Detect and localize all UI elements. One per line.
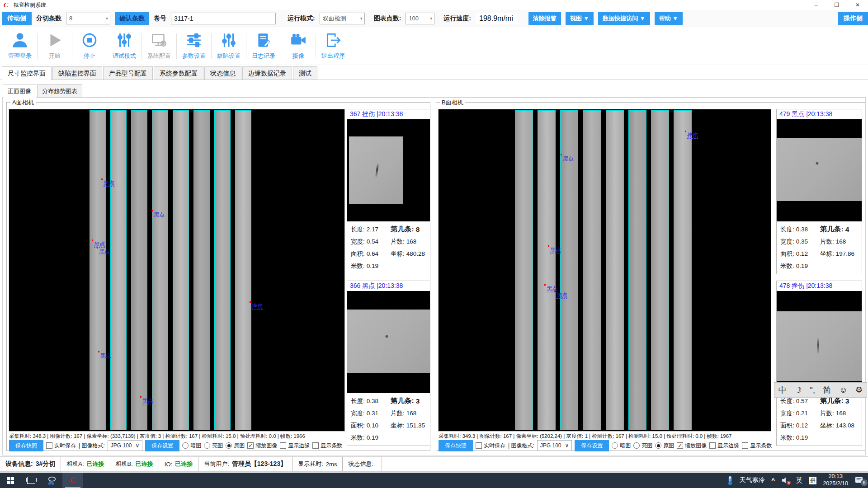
pinyin-ime-indicator[interactable]: 拼 [809, 477, 816, 484]
radio-暗图[interactable]: 暗图 [182, 442, 201, 450]
toolbar-log-record[interactable]: 日志记录 [247, 32, 280, 60]
realtime-save-checkbox[interactable]: 实时保存 [46, 442, 76, 450]
save-settings-button[interactable]: 保存设置 [145, 440, 179, 451]
tab-7[interactable]: 测试 [293, 66, 317, 80]
stat-value: 4 [845, 225, 849, 234]
help-menu-button[interactable]: 帮助 ▼ [655, 12, 683, 25]
checkbox-icon [742, 442, 748, 449]
minimize-button[interactable]: – [806, 0, 826, 10]
save-snapshot-button[interactable]: 保存快照 [439, 440, 473, 451]
checkbox-显示条数[interactable]: 显示条数 [742, 442, 772, 450]
language-indicator[interactable]: 英 [796, 476, 802, 485]
ime-fullwidth-toggle[interactable]: ☽ [794, 385, 802, 395]
tab-2[interactable]: 缺陷监控界面 [52, 66, 102, 80]
ime-lang-indicator[interactable]: 中 [778, 385, 787, 395]
radio-原图[interactable]: 原图 [655, 442, 674, 450]
volume-muted-icon[interactable]: ✕ [781, 477, 789, 484]
ime-emoji-button[interactable]: ☺ [839, 385, 847, 395]
radio-icon [633, 442, 640, 449]
chart-points-select[interactable]: 100▾ [406, 13, 434, 24]
notification-center-button[interactable]: 6 [854, 476, 864, 484]
checkbox-缩放图像[interactable]: ✓缩放图像 [677, 442, 707, 450]
defect-card[interactable]: 478 挫伤 |20:13:38长度:0.57第几条:3宽度:0.21片数:16… [776, 281, 862, 446]
ime-punctuation-toggle[interactable]: °, [810, 385, 815, 395]
toolbar-exit-program[interactable]: 退出程序 [317, 32, 349, 60]
tab-1[interactable]: 尺寸监控界面 [2, 66, 52, 80]
task-view-button[interactable] [21, 473, 42, 488]
tab-4[interactable]: 系统参数配置 [154, 66, 203, 80]
defect-point-icon [92, 239, 93, 241]
maximize-button[interactable]: ❐ [826, 0, 847, 10]
save-snapshot-button[interactable]: 保存快照 [9, 440, 43, 451]
tab-5[interactable]: 状态信息 [204, 66, 241, 80]
hidden-icons-chevron[interactable]: ^ [771, 477, 775, 484]
defect-marker-label: 黑点 [142, 398, 153, 404]
checkbox-显示条数[interactable]: 显示条数 [312, 442, 342, 450]
save-settings-button[interactable]: 保存设置 [575, 440, 609, 451]
sliders-v-icon [116, 32, 133, 50]
stat-value: 0.31 [367, 410, 378, 417]
confirm-count-button[interactable]: 确认条数 [115, 12, 149, 25]
realtime-save-checkbox[interactable]: 实时保存 [476, 442, 505, 450]
divider [246, 33, 246, 59]
image-format-select[interactable]: JPG 100∨ [537, 440, 572, 451]
defect-card[interactable]: 367 挫伤 |20:13:38长度:2.17第几条:8宽度:0.54片数:16… [347, 109, 430, 274]
slit-count-select[interactable]: 8▾ [66, 13, 110, 24]
subtab-1[interactable]: 正面图像 [3, 84, 36, 98]
radio-亮图[interactable]: 亮图 [633, 442, 652, 450]
taskbar-clock[interactable]: 20:13 2025/2/10 [823, 473, 848, 487]
toolbar-capture[interactable]: 摄像 [282, 32, 315, 60]
roll-label: 卷号 [154, 14, 166, 23]
radio-亮图[interactable]: 亮图 [204, 442, 223, 450]
tab-3[interactable]: 产品型号配置 [103, 66, 153, 80]
operator-side-button[interactable]: 操作侧 [838, 12, 868, 25]
close-button[interactable]: ✕ [847, 0, 868, 10]
ime-settings-button[interactable]: ⚙ [855, 385, 863, 395]
radio-原图[interactable]: 原图 [226, 442, 245, 450]
toolbar-admin-login[interactable]: 管理登录 [4, 32, 36, 60]
toolbar-defect-settings[interactable]: 缺陷设置 [212, 32, 245, 60]
toolbar-start[interactable]: 开始 [38, 32, 71, 60]
stat-value: 0.10 [367, 422, 378, 429]
toolbar-debug-mode[interactable]: 调试模式 [108, 32, 141, 60]
checkbox-缩放图像[interactable]: ✓缩放图像 [247, 442, 277, 450]
run-mode-select[interactable]: 双面检测▾ [320, 13, 365, 24]
format-value: JPG 100 [111, 442, 132, 449]
stat-item: 第几条:4 [820, 223, 861, 235]
stat-label: 片数: [391, 409, 405, 418]
radio-icon [655, 442, 661, 449]
clear-alarm-button[interactable]: 清除报警 [528, 12, 561, 25]
status-value: 2ms [326, 461, 337, 468]
snipping-tool-button[interactable] [42, 473, 62, 488]
material-strip [628, 110, 646, 430]
windows-logo-icon [7, 477, 14, 484]
material-strip [583, 110, 601, 430]
checkbox-label: 显示条数 [750, 442, 772, 450]
image-format-select[interactable]: JPG 100∨ [108, 440, 143, 451]
toolbar-param-settings[interactable]: 参数设置 [178, 32, 210, 60]
subtab-2[interactable]: 分布趋势图表 [37, 84, 82, 98]
roll-number-input[interactable]: 3117-1 [171, 13, 276, 24]
radio-暗图[interactable]: 暗图 [612, 442, 631, 450]
inspection-image: 挫伤黑点黑点黑点黑点 [438, 109, 771, 432]
weather-text[interactable]: 天气寒冷 [740, 476, 765, 484]
tab-6[interactable]: 边缘数据记录 [242, 66, 292, 80]
checkbox-icon [280, 442, 286, 449]
toolbar-stop[interactable]: 停止 [73, 32, 106, 60]
view-menu-button[interactable]: 视图 ▼ [566, 12, 594, 25]
checkbox-显示边缘[interactable]: 显示边缘 [280, 442, 310, 450]
ime-simplified-toggle[interactable]: 简 [823, 385, 831, 395]
defect-card[interactable]: 366 黑点 |20:13:38长度:0.38第几条:3宽度:0.31片数:16… [347, 281, 430, 446]
image-format-label: | 图像格式: [508, 442, 534, 450]
drive-side-button[interactable]: 传动侧 [2, 12, 32, 25]
defect-point-icon [98, 351, 99, 352]
run-mode-label: 运行模式: [288, 14, 315, 23]
checkbox-显示边缘[interactable]: 显示边缘 [709, 442, 739, 450]
start-button[interactable] [0, 473, 21, 488]
status-value: 已连接 [175, 460, 193, 468]
toolbar-system-config[interactable]: 系统配置 [143, 32, 175, 60]
radio-label: 亮图 [212, 442, 223, 450]
data-quick-access-button[interactable]: 数据快捷访问 ▼ [598, 12, 650, 25]
taskbar-app-vision-system[interactable]: Ϲ [62, 473, 83, 488]
defect-card[interactable]: 479 黑点 |20:13:38长度:0.38第几条:4宽度:0.35片数:16… [776, 109, 862, 274]
